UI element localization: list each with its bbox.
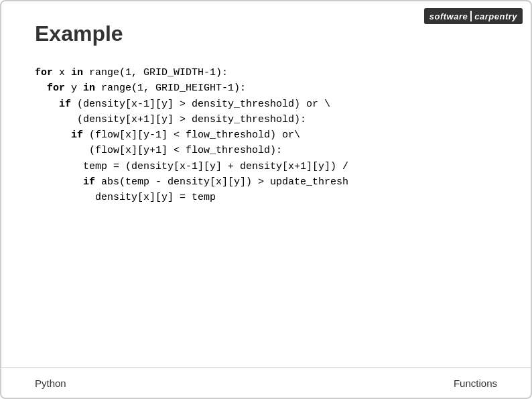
keyword-in-2: in: [83, 82, 95, 94]
logo: software carpentry: [424, 8, 523, 24]
content-area: Example for x in range(1, GRID_WIDTH-1):…: [1, 1, 531, 398]
slide: software carpentry Example for x in rang…: [0, 0, 532, 399]
keyword-if-3: if: [83, 176, 95, 188]
logo-divider: [470, 11, 472, 21]
slide-title: Example: [35, 21, 497, 46]
logo-software: software: [429, 11, 468, 21]
logo-carpentry: carpentry: [474, 11, 517, 21]
footer-right: Functions: [454, 378, 497, 389]
keyword-if-2: if: [71, 129, 83, 141]
footer: Python Functions: [1, 367, 531, 398]
code-block: for x in range(1, GRID_WIDTH-1): for y i…: [35, 65, 497, 205]
keyword-for-1: for: [35, 67, 53, 78]
keyword-in-1: in: [71, 67, 83, 78]
footer-left: Python: [35, 378, 66, 389]
keyword-if-1: if: [59, 99, 71, 110]
keyword-for-2: for: [47, 82, 65, 94]
